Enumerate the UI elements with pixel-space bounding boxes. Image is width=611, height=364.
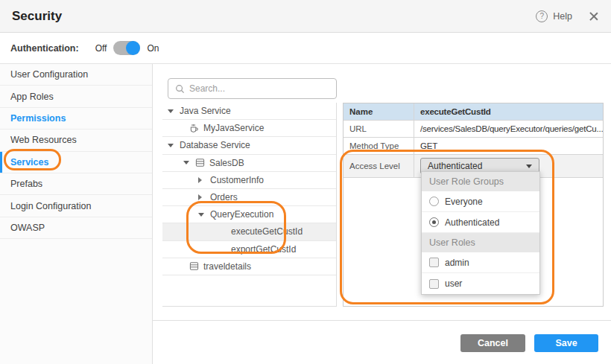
toggle-knob bbox=[126, 41, 140, 55]
sidebar-item-label: User Configuration bbox=[10, 69, 88, 80]
tree-node-label: QueryExecution bbox=[210, 209, 273, 220]
radio-icon[interactable] bbox=[429, 217, 439, 227]
dropdown-option-label: user bbox=[445, 278, 462, 289]
detail-row-name: NameexecuteGetCustId bbox=[344, 103, 603, 121]
tree-node-traveldetails[interactable]: traveldetails bbox=[162, 258, 336, 275]
search-input[interactable] bbox=[189, 83, 329, 94]
footer-divider bbox=[153, 320, 611, 321]
tree-node-label: Orders bbox=[210, 192, 238, 202]
tree-node-label: traveldetails bbox=[203, 261, 251, 272]
detail-row-label: Name bbox=[344, 103, 414, 120]
access-level-dropdown: User Role GroupsEveryoneAuthenticatedUse… bbox=[421, 171, 540, 295]
tree-node-label: exportGetCustId bbox=[231, 244, 296, 255]
java-service-icon bbox=[189, 124, 199, 133]
chevron-down-icon[interactable] bbox=[183, 159, 191, 167]
save-button[interactable]: Save bbox=[534, 334, 598, 352]
database-icon bbox=[189, 261, 199, 271]
detail-row-value: /services/SalesDB/queryExecutor/queries/… bbox=[414, 121, 603, 137]
sidebar-item-label: Web Resources bbox=[10, 135, 77, 145]
tree-node-label: executeGetCustId bbox=[231, 226, 303, 237]
sidebar-item-label: Permissions bbox=[10, 113, 66, 124]
tree-node-label: MyJavaService bbox=[203, 123, 264, 133]
chevron-right-icon[interactable] bbox=[198, 176, 206, 184]
tree-node-database-service[interactable]: Database Service bbox=[162, 137, 336, 154]
sidebar-item-app-roles[interactable]: App Roles bbox=[0, 86, 152, 107]
tree-node-java-service[interactable]: Java Service bbox=[162, 103, 336, 120]
toggle-on-label: On bbox=[147, 43, 159, 54]
sidebar-item-login-configuration[interactable]: Login Configuration bbox=[0, 195, 152, 217]
dropdown-option-label: admin bbox=[445, 258, 469, 268]
tree-node-label: Database Service bbox=[180, 140, 250, 150]
checkbox-icon[interactable] bbox=[429, 279, 439, 289]
tree-node-executegetcustid[interactable]: executeGetCustId bbox=[162, 223, 336, 240]
tree-node-customerinfo[interactable]: CustomerInfo bbox=[162, 172, 336, 189]
detail-row-method-type: Method TypeGET bbox=[344, 138, 603, 155]
chevron-down-icon bbox=[526, 165, 532, 168]
close-icon[interactable] bbox=[589, 11, 599, 22]
cancel-button[interactable]: Cancel bbox=[460, 334, 525, 352]
help-icon[interactable]: ? bbox=[536, 10, 548, 22]
page-title: Security bbox=[12, 9, 62, 24]
sidebar-item-prefabs[interactable]: Prefabs bbox=[0, 173, 152, 195]
dropdown-option-user[interactable]: user bbox=[422, 273, 539, 294]
dropdown-group-header: User Role Groups bbox=[422, 172, 539, 191]
database-icon bbox=[195, 158, 205, 167]
sidebar-item-services[interactable]: Services bbox=[0, 152, 152, 173]
chevron-down-icon[interactable] bbox=[168, 107, 175, 115]
search-box bbox=[168, 78, 337, 99]
tree-node-salesdb[interactable]: SalesDB bbox=[162, 155, 336, 172]
dropdown-option-admin[interactable]: admin bbox=[422, 252, 539, 273]
chevron-down-icon[interactable] bbox=[168, 141, 175, 149]
tree-node-exportgetcustid[interactable]: exportGetCustId bbox=[162, 241, 336, 258]
sidebar-item-user-configuration[interactable]: User Configuration bbox=[0, 64, 152, 86]
toggle-off-label: Off bbox=[95, 43, 107, 54]
detail-row-value: executeGetCustId bbox=[414, 103, 603, 120]
tree-node-label: SalesDB bbox=[209, 158, 244, 168]
tree-node-orders[interactable]: Orders bbox=[162, 189, 336, 206]
dropdown-option-label: Authenticated bbox=[445, 217, 499, 228]
detail-row-label: Access Level bbox=[344, 155, 414, 177]
dropdown-option-everyone[interactable]: Everyone bbox=[422, 191, 539, 212]
sidebar-item-permissions[interactable]: Permissions bbox=[0, 108, 152, 130]
chevron-right-icon[interactable] bbox=[198, 194, 206, 201]
sidebar-item-web-resources[interactable]: Web Resources bbox=[0, 130, 152, 151]
detail-row-url: URL/services/SalesDB/queryExecutor/queri… bbox=[344, 121, 603, 138]
access-level-value: Authenticated bbox=[428, 161, 482, 171]
sidebar-item-label: OWASP bbox=[10, 223, 45, 233]
sidebar-item-owasp[interactable]: OWASP bbox=[0, 217, 152, 239]
tree-node-label: Java Service bbox=[180, 106, 231, 116]
chevron-down-icon[interactable] bbox=[198, 211, 206, 218]
detail-row-value: GET bbox=[414, 138, 603, 154]
search-icon bbox=[175, 84, 185, 94]
detail-row-label: URL bbox=[344, 121, 414, 137]
sidebar-item-label: App Roles bbox=[10, 92, 54, 102]
tree-node-myjavaservice[interactable]: MyJavaService bbox=[162, 120, 336, 137]
sidebar-item-label: Prefabs bbox=[10, 179, 42, 189]
top-bar: Security ? Help bbox=[0, 0, 611, 33]
security-dialog: Security ? Help Authentication: Off On U… bbox=[0, 0, 611, 364]
sidebar-item-label: Services bbox=[10, 157, 48, 167]
tree-node-queryexecution[interactable]: QueryExecution bbox=[162, 206, 336, 223]
help-link[interactable]: Help bbox=[553, 11, 572, 22]
sidebar-item-label: Login Configuration bbox=[10, 201, 91, 211]
radio-icon[interactable] bbox=[429, 197, 439, 206]
auth-bar: Authentication: Off On bbox=[0, 33, 611, 64]
dropdown-option-authenticated[interactable]: Authenticated bbox=[422, 212, 539, 233]
service-tree: Java ServiceMyJavaServiceDatabase Servic… bbox=[162, 103, 337, 307]
dropdown-group-header: User Roles bbox=[422, 233, 539, 252]
tree-node-label: CustomerInfo bbox=[210, 175, 264, 185]
authentication-label: Authentication: bbox=[10, 43, 79, 54]
checkbox-icon[interactable] bbox=[429, 258, 439, 267]
dropdown-option-label: Everyone bbox=[445, 197, 483, 207]
detail-row-label: Method Type bbox=[344, 138, 414, 154]
top-bar-actions: ? Help bbox=[536, 10, 599, 22]
sidebar: User ConfigurationApp RolesPermissionsWe… bbox=[0, 64, 153, 364]
authentication-toggle[interactable] bbox=[113, 41, 140, 55]
